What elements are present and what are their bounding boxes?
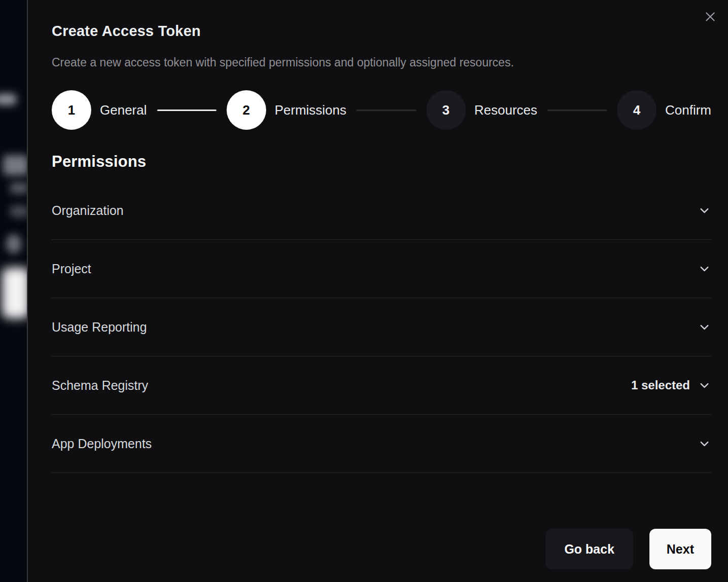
permission-row-label: Organization bbox=[52, 203, 124, 218]
section-heading-permissions: Permissions bbox=[52, 152, 711, 171]
step-label: Confirm bbox=[665, 102, 711, 118]
step-number-badge: 2 bbox=[227, 90, 266, 130]
permission-row-app-deployments[interactable]: App Deployments bbox=[52, 415, 711, 473]
backdrop-blurred-item bbox=[0, 94, 16, 105]
backdrop-blurred-item bbox=[10, 206, 27, 217]
app-window: Create Access Token Create a new access … bbox=[0, 0, 728, 582]
stepper-step-permissions[interactable]: 2 Permissions bbox=[227, 90, 347, 130]
wizard-stepper: 1 General 2 Permissions 3 Resources 4 Co… bbox=[52, 90, 711, 130]
next-button[interactable]: Next bbox=[649, 529, 711, 569]
permission-row-schema-registry[interactable]: Schema Registry 1 selected bbox=[52, 356, 711, 415]
stepper-connector bbox=[356, 110, 416, 111]
background-app-strip bbox=[0, 0, 27, 582]
backdrop-blurred-item bbox=[3, 155, 27, 175]
close-button[interactable] bbox=[703, 9, 718, 24]
stepper-step-general[interactable]: 1 General bbox=[52, 90, 147, 130]
stepper-step-confirm[interactable]: 4 Confirm bbox=[617, 90, 711, 130]
step-label: Permissions bbox=[275, 102, 347, 118]
chevron-down-icon bbox=[698, 320, 711, 334]
stepper-connector bbox=[548, 110, 607, 111]
stepper-connector bbox=[157, 110, 216, 111]
chevron-down-icon bbox=[698, 437, 711, 451]
permission-row-label: Schema Registry bbox=[52, 378, 148, 393]
backdrop-blurred-item bbox=[6, 234, 21, 253]
step-number-badge: 3 bbox=[426, 90, 466, 130]
backdrop-blurred-item bbox=[10, 183, 27, 194]
selection-count: 1 selected bbox=[631, 378, 690, 392]
go-back-button[interactable]: Go back bbox=[545, 529, 633, 569]
chevron-down-icon bbox=[698, 379, 711, 392]
modal-footer: Go back Next bbox=[52, 529, 711, 569]
chevron-down-icon bbox=[698, 262, 711, 276]
create-access-token-modal: Create Access Token Create a new access … bbox=[27, 0, 728, 582]
permission-row-usage-reporting[interactable]: Usage Reporting bbox=[52, 298, 711, 356]
step-number-badge: 4 bbox=[617, 90, 657, 130]
chevron-down-icon bbox=[698, 204, 711, 217]
permission-row-label: Usage Reporting bbox=[52, 319, 147, 335]
permission-row-project[interactable]: Project bbox=[52, 240, 711, 298]
step-label: General bbox=[100, 102, 147, 118]
permission-row-label: App Deployments bbox=[52, 436, 152, 451]
step-number-badge: 1 bbox=[52, 90, 91, 130]
backdrop-blurred-item bbox=[2, 268, 27, 318]
modal-subtitle: Create a new access token with specified… bbox=[52, 55, 711, 69]
close-icon bbox=[704, 10, 717, 23]
stepper-step-resources[interactable]: 3 Resources bbox=[426, 90, 537, 130]
permission-row-label: Project bbox=[52, 261, 91, 276]
permission-row-organization[interactable]: Organization bbox=[52, 181, 711, 240]
permission-groups-list: Organization Project Usage bbox=[52, 181, 711, 473]
modal-title: Create Access Token bbox=[52, 22, 711, 40]
step-label: Resources bbox=[475, 102, 537, 118]
